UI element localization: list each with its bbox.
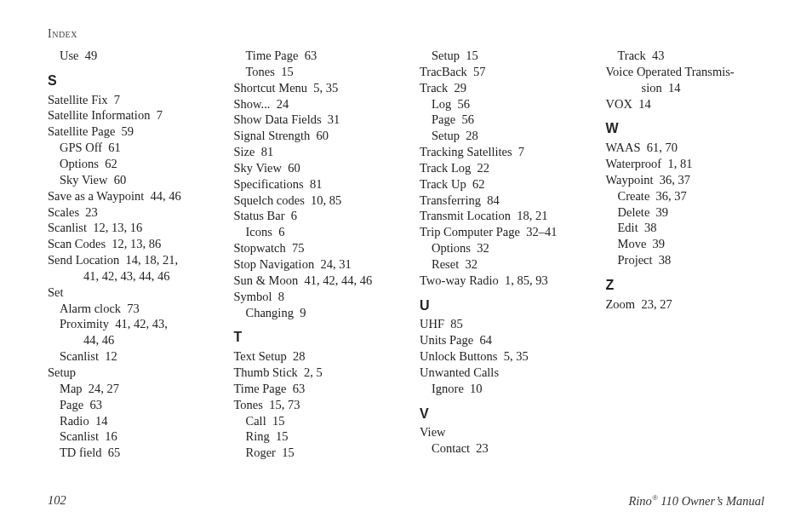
index-entry: Thumb Stick 2, 5	[234, 365, 393, 381]
index-entry: Waterproof 1, 81	[606, 156, 765, 172]
index-entry: Trip Computer Page 32–41	[420, 224, 579, 240]
index-entry: Log 56	[420, 96, 579, 112]
index-entry: Time Page 63	[234, 381, 393, 397]
index-entry: Scales 23	[48, 204, 207, 221]
index-entry: Shortcut Menu 5, 35	[234, 80, 393, 96]
index-entry: Stop Navigation 24, 31	[234, 256, 393, 273]
index-column-4: Track 43Voice Operated Transmis-sion 14V…	[606, 48, 765, 461]
index-entry: Satellite Page 59	[48, 124, 207, 140]
index-column-3: Setup 15TracBack 57Track 29Log 56Page 56…	[420, 48, 579, 461]
index-entry: WAAS 61, 70	[606, 140, 765, 156]
index-entry: Ring 15	[234, 428, 393, 445]
index-entry: Create 36, 37	[606, 188, 765, 204]
index-entry: Show Data Fields 31	[234, 112, 393, 128]
index-entry: Transferring 84	[420, 193, 579, 209]
index-entry: Stopwatch 75	[234, 240, 393, 256]
index-entry: Delete 39	[606, 204, 765, 221]
index-section-letter: W	[606, 120, 765, 138]
index-entry: Project 38	[606, 252, 765, 268]
index-entry: Options 32	[420, 240, 579, 256]
index-entry: Units Page 64	[420, 332, 579, 348]
index-entry: Sun & Moon 41, 42, 44, 46	[234, 273, 393, 289]
index-entry: Zoom 23, 27	[606, 296, 765, 313]
index-entry: Reset 32	[420, 256, 579, 273]
index-section-letter: S	[48, 72, 207, 90]
index-entry: Setup 15	[420, 48, 579, 64]
index-entry: Voice Operated Transmis-	[606, 64, 765, 80]
index-entry: Two-way Radio 1, 85, 93	[420, 273, 579, 289]
index-section-letter: U	[420, 297, 579, 315]
index-entry: Setup 28	[420, 128, 579, 144]
index-section-letter: T	[234, 329, 393, 347]
index-entry: Sky View 60	[234, 160, 393, 176]
index-entry: Track 29	[420, 80, 579, 96]
index-entry: Satellite Information 7	[48, 107, 207, 124]
index-entry: Specifications 81	[234, 176, 393, 193]
index-entry: Proximity 41, 42, 43,	[48, 316, 207, 332]
index-entry: Page 56	[420, 112, 579, 128]
index-entry: Time Page 63	[234, 48, 393, 64]
index-entry: Ignore 10	[420, 381, 579, 397]
index-entry: TD field 65	[48, 445, 207, 461]
manual-title: Rino® 110 Owner’s Manual	[628, 493, 764, 509]
index-entry: Scanlist 12	[48, 348, 207, 365]
index-entry: Scanlist 16	[48, 428, 207, 445]
index-entry: Setup	[48, 365, 207, 381]
index-entry: Transmit Location 18, 21	[420, 208, 579, 224]
index-entry: Send Location 14, 18, 21,	[48, 252, 207, 268]
index-entry: Changing 9	[234, 305, 393, 321]
index-entry: VOX 14	[606, 96, 765, 112]
index-columns: Use 49SSatellite Fix 7Satellite Informat…	[48, 48, 764, 461]
index-entry: TracBack 57	[420, 64, 579, 80]
registered-mark: ®	[652, 493, 658, 502]
index-entry: Squelch codes 10, 85	[234, 193, 393, 209]
index-entry: Set	[48, 285, 207, 301]
index-entry: Scanlist 12, 13, 16	[48, 220, 207, 236]
index-section-letter: V	[420, 405, 579, 423]
index-entry: Status Bar 6	[234, 208, 393, 224]
index-entry: Save as a Waypoint 44, 46	[48, 188, 207, 204]
index-section-letter: Z	[606, 277, 765, 295]
index-entry: GPS Off 61	[48, 140, 207, 156]
index-entry: Satellite Fix 7	[48, 92, 207, 108]
index-entry: Track Log 22	[420, 160, 579, 176]
index-entry: Unwanted Calls	[420, 365, 579, 381]
index-entry: Page 63	[48, 397, 207, 413]
index-entry: Text Setup 28	[234, 348, 393, 365]
index-entry: Use 49	[48, 48, 207, 64]
running-head: Index	[48, 27, 764, 41]
index-entry: Tracking Satellites 7	[420, 144, 579, 160]
page-number: 102	[48, 493, 66, 509]
index-entry: Contact 23	[420, 440, 579, 457]
index-column-2: Time Page 63Tones 15Shortcut Menu 5, 35S…	[234, 48, 393, 461]
index-entry: Signal Strength 60	[234, 128, 393, 144]
index-entry: Size 81	[234, 144, 393, 160]
index-entry: Icons 6	[234, 224, 393, 240]
index-entry: Unlock Buttons 5, 35	[420, 348, 579, 365]
index-entry: Sky View 60	[48, 172, 207, 188]
index-entry: Map 24, 27	[48, 381, 207, 397]
page-footer: 102 Rino® 110 Owner’s Manual	[48, 493, 764, 509]
index-column-1: Use 49SSatellite Fix 7Satellite Informat…	[48, 48, 207, 461]
index-entry: Edit 38	[606, 220, 765, 236]
index-entry: sion 14	[606, 80, 765, 96]
index-entry: Roger 15	[234, 445, 393, 461]
index-entry: UHF 85	[420, 316, 579, 332]
index-entry: Tones 15, 73	[234, 397, 393, 413]
index-entry: Move 39	[606, 236, 765, 252]
index-entry: Track Up 62	[420, 176, 579, 193]
index-entry: Waypoint 36, 37	[606, 172, 765, 188]
index-entry: Alarm clock 73	[48, 301, 207, 317]
index-entry: Scan Codes 12, 13, 86	[48, 236, 207, 252]
index-entry: Track 43	[606, 48, 765, 64]
index-entry: Show... 24	[234, 96, 393, 112]
index-entry: Symbol 8	[234, 289, 393, 305]
manual-title-suffix: 110 Owner’s Manual	[658, 494, 764, 508]
index-entry: 44, 46	[48, 332, 207, 348]
index-entry: View	[420, 424, 579, 440]
index-entry: Radio 14	[48, 413, 207, 429]
manual-title-prefix: Rino	[628, 494, 651, 508]
index-entry: Tones 15	[234, 64, 393, 80]
index-entry: Call 15	[234, 413, 393, 429]
index-page: Index Use 49SSatellite Fix 7Satellite In…	[0, 0, 812, 529]
